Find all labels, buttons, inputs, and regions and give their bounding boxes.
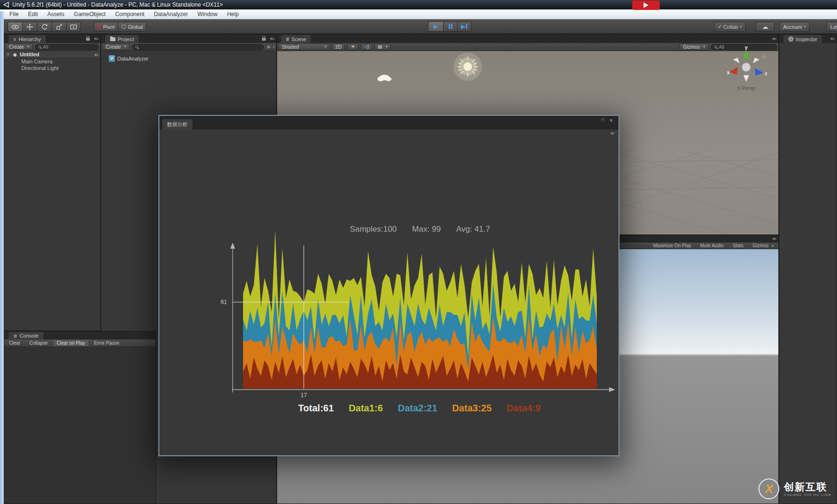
persp-label-text: Persp: [742, 85, 756, 91]
editor-toolbar: Pivot Global ▶ ▶ ✔ Collab▾ ☁ Account▾ La…: [0, 19, 837, 34]
asset-dataanalyzer[interactable]: DataAnalyzer: [101, 55, 276, 62]
global-toggle-button[interactable]: Global: [118, 22, 147, 32]
tab-scene[interactable]: Scene: [281, 35, 311, 43]
console-toolbar: Clear Collapse Clear on Play Error Pause: [4, 339, 156, 347]
panel-menu-icon[interactable]: [270, 36, 274, 41]
console-tabbar: Console: [4, 331, 156, 339]
play-controls: ▶ ▶: [428, 21, 471, 32]
pivot-toggle-button[interactable]: Pivot: [94, 22, 118, 32]
hierarchy-create-button[interactable]: Create▾: [6, 43, 33, 50]
scale-tool-button[interactable]: [52, 22, 66, 32]
foldout-icon[interactable]: ▼: [6, 52, 10, 57]
create-label: Create: [9, 44, 24, 50]
step-button[interactable]: ▶: [457, 21, 471, 32]
move-icon: [26, 24, 33, 30]
hierarchy-panel: Hierarchy Create▾ All ▼ Untitled Main Ca…: [4, 34, 101, 331]
tab-inspector[interactable]: Inspector: [784, 35, 822, 43]
chevron-down-icon: ▾: [324, 44, 326, 50]
collab-button[interactable]: ✔ Collab▾: [714, 22, 746, 32]
rotate-tool-button[interactable]: [37, 22, 52, 32]
layers-label: Lay: [830, 24, 837, 30]
scene-header-row[interactable]: ▼ Untitled: [4, 51, 100, 58]
account-button[interactable]: Account▾: [779, 22, 810, 32]
perspective-toggle[interactable]: ≤ Persp: [724, 85, 768, 91]
layers-button[interactable]: Lay: [827, 22, 837, 32]
list-icon: [13, 36, 16, 42]
site-watermark: 创新互联 CHUANG XIN HU LIAN: [759, 478, 831, 499]
pivot-global-group: Pivot Global: [94, 22, 147, 32]
lighting-toggle-button[interactable]: ☀: [347, 43, 358, 50]
play-button[interactable]: ▶: [428, 21, 443, 32]
shading-dropdown[interactable]: Shaded▾: [279, 43, 330, 50]
collapse-button[interactable]: Collapse: [26, 340, 51, 346]
csharp-script-icon: [109, 55, 115, 62]
hand-tool-button[interactable]: [8, 22, 22, 32]
data-analyzer-window[interactable]: 数据分析 □ × Samples:100 Max: 99 Avg: 41.7 6…: [158, 115, 619, 456]
legend-data1: Data1:6: [349, 403, 383, 413]
2d-toggle-button[interactable]: 2D: [332, 43, 345, 50]
panel-menu-icon[interactable]: [772, 36, 776, 41]
scene-tabbar: Scene: [277, 35, 778, 43]
watermark-name: 创新互联: [784, 482, 831, 492]
asset-labels-icon[interactable]: ❖: [266, 44, 270, 50]
hierarchy-item-main-camera[interactable]: Main Camera: [4, 58, 100, 65]
collab-label: Collab: [723, 24, 738, 30]
persp-icon: ≤: [737, 85, 742, 91]
menu-file[interactable]: File: [5, 11, 23, 17]
audio-toggle-button[interactable]: ◁): [361, 43, 372, 50]
pause-icon-bar: [451, 24, 453, 29]
console-icon: [13, 333, 17, 339]
stats-button[interactable]: Stats: [730, 243, 747, 248]
error-pause-button[interactable]: Error Pause: [91, 340, 122, 346]
cloud-button[interactable]: ☁: [756, 22, 775, 32]
pause-button[interactable]: [443, 21, 457, 32]
eye-icon: [11, 24, 19, 30]
search-icon: [714, 45, 717, 48]
menu-edit[interactable]: Edit: [23, 11, 43, 17]
mute-audio-button[interactable]: Mute Audio: [697, 243, 727, 248]
clear-button[interactable]: Clear: [6, 340, 24, 346]
check-circle-icon: ✔: [718, 24, 722, 29]
scene-menu-icon[interactable]: [94, 52, 98, 57]
title-bar[interactable]: Unity 5.6.2f1 (64bit) - Untitled - DataA…: [0, 0, 837, 9]
move-tool-button[interactable]: [22, 22, 37, 32]
tab-project[interactable]: Project: [105, 35, 139, 43]
project-create-button[interactable]: Create▾: [103, 43, 130, 50]
grid-icon: [286, 36, 289, 42]
tab-console[interactable]: Console: [9, 332, 44, 339]
legend-data4: Data4:9: [506, 403, 541, 413]
scene-name-label: Untitled: [20, 52, 39, 57]
menu-window[interactable]: Window: [193, 11, 223, 17]
project-search-input[interactable]: [132, 44, 264, 50]
gizmo-lock-icon[interactable]: [762, 55, 766, 58]
game-gizmos-dropdown[interactable]: Gizmos ▾: [749, 243, 777, 248]
maximize-on-play-button[interactable]: Maximize On Play: [650, 243, 695, 248]
x-cursor-value: 17: [301, 392, 307, 399]
menu-component[interactable]: Component: [110, 11, 149, 17]
gizmo-axes: y x z: [727, 46, 767, 82]
rect-tool-button[interactable]: [66, 22, 81, 32]
panel-menu-icon[interactable]: [830, 36, 834, 41]
menu-dataanalyzer[interactable]: DataAnalyzer: [149, 11, 192, 17]
gizmos-dropdown[interactable]: Gizmos▾: [680, 43, 708, 50]
globe-icon: [122, 25, 126, 29]
sun-icon: ☀: [351, 44, 355, 50]
asset-tag-icon[interactable]: ⬩: [273, 44, 275, 50]
lock-icon[interactable]: [262, 38, 266, 41]
play-icon: [644, 2, 648, 8]
scene-orientation-gizmo[interactable]: y x z: [725, 46, 767, 88]
window-title: Unity 5.6.2f1 (64bit) - Untitled - DataA…: [12, 1, 223, 8]
menu-assets[interactable]: Assets: [43, 11, 69, 17]
panel-menu-icon[interactable]: [94, 36, 98, 41]
panel-menu-icon[interactable]: [772, 236, 776, 241]
clear-on-play-button[interactable]: Clear on Play: [53, 340, 88, 346]
menu-gameobject[interactable]: GameObject: [69, 11, 110, 17]
menu-bar: File Edit Assets GameObject Component Da…: [0, 9, 837, 19]
lock-icon[interactable]: [86, 38, 90, 41]
menu-help[interactable]: Help: [222, 11, 244, 17]
hierarchy-item-directional-light[interactable]: Directional Light: [4, 65, 100, 71]
effects-dropdown[interactable]: ▾: [375, 43, 391, 50]
tab-hierarchy[interactable]: Hierarchy: [9, 35, 46, 43]
search-placeholder: All: [719, 44, 724, 50]
hierarchy-search-input[interactable]: All: [35, 44, 99, 50]
